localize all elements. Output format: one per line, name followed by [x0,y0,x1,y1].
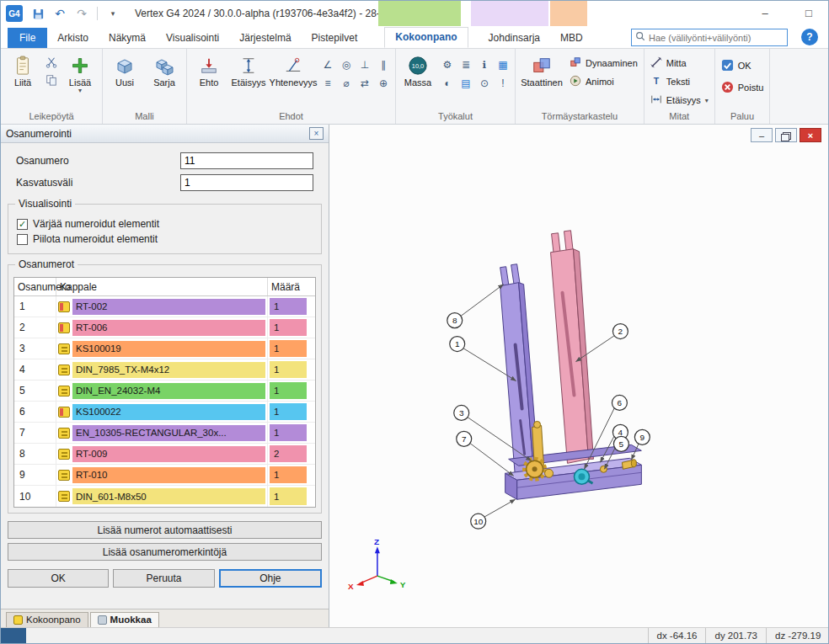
svg-text:7: 7 [462,434,467,444]
right-arm-part[interactable] [551,231,594,464]
table-row[interactable]: 9 RT-010 1 [14,465,315,486]
help-button[interactable]: ? [801,29,818,45]
warning-icon[interactable]: ! [495,75,511,92]
perpendicular-constraint-icon[interactable]: ⊥ [356,56,373,73]
window-maximize-button[interactable]: □ [798,3,820,22]
tangent-constraint-icon[interactable]: ⊕ [375,75,392,92]
add-marks-button[interactable]: Lisää osanumeromerkintöjä [8,543,322,561]
svg-text:10: 10 [473,517,484,526]
measure-button[interactable]: Mitta [648,56,711,71]
viewport-minimize-button[interactable]: – [751,128,773,142]
table-row[interactable]: 7 EN_10305-RECTANGULAR_30x... 1 [14,423,315,444]
cad-canvas[interactable]: 8 1 2 3 [329,125,828,628]
tab-pistepilvet[interactable]: Pistepilvet [302,29,368,48]
column-header-qty[interactable]: Määrä [268,278,315,295]
model-viewport[interactable]: – × [329,125,828,627]
part-icon [58,365,70,375]
cancel-button[interactable]: Peruuta [113,569,214,588]
ok-ribbon-button[interactable]: OK [719,58,767,73]
parallel-constraint-icon[interactable]: ∥ [375,56,392,73]
diameter-constraint-icon[interactable]: ⌀ [338,75,355,92]
appearance-icon[interactable]: ◐ [439,75,456,92]
status-dx: dx -64.16 [648,628,706,643]
swap-constraint-icon[interactable]: ⇄ [356,75,373,92]
tab-visualisointi[interactable]: Visualisointi [156,29,229,48]
part-name: RT-009 [72,446,265,462]
viewport-close-button[interactable]: × [800,128,821,142]
app-icon[interactable]: G4 [6,5,23,22]
dynamic-collision-button[interactable]: Dynaaminen [567,56,640,71]
part-number-input[interactable] [180,152,313,169]
row-number: 9 [14,465,56,485]
text-button[interactable]: T Teksti [648,74,711,89]
save-icon[interactable] [29,5,46,22]
cut-icon[interactable] [44,55,59,70]
hide-checkbox-row[interactable]: Piilota numeroidut elementit [17,233,313,245]
search-input[interactable] [649,33,784,43]
tab-muokkaa-bottom[interactable]: Muokkaa [90,612,159,627]
animate-button[interactable]: Animoi [567,74,640,89]
gear-icon[interactable]: ⚙ [439,56,456,73]
add-button[interactable]: Lisää ▾ [62,51,99,93]
cad-model[interactable] [500,231,642,499]
table-row[interactable]: 10 DIN_601-M8x50 1 [14,486,315,507]
viewport-window-controls: – × [751,128,821,142]
angle-constraint-icon[interactable]: ∠ [319,56,336,73]
column-header-number[interactable]: Osanumero [14,278,56,295]
ok-button[interactable]: OK [8,569,109,588]
search-box[interactable] [631,29,788,46]
balloon[interactable]: 9 [631,429,650,460]
paste-button[interactable]: Liitä [4,51,41,88]
hide-checkbox[interactable] [17,234,28,245]
dialog-close-icon[interactable]: × [309,127,324,140]
viewport-restore-button[interactable] [775,128,797,142]
table-row[interactable]: 6 KS100022 1 [14,402,315,423]
new-part-button[interactable]: Uusi [106,51,143,88]
balloon[interactable]: 8 [447,285,504,328]
balloon[interactable]: 10 [471,499,516,529]
distance-dimension-button[interactable]: Etäisyys ▾ [648,93,711,108]
colorize-checkbox[interactable]: ✓ [17,219,28,230]
part-qty: 1 [270,424,307,441]
static-collision-button[interactable]: Staattinen [519,51,564,88]
status-dz: dz -279.19 [766,628,828,643]
concentric-constraint-icon[interactable]: ◎ [338,56,355,73]
table-row[interactable]: 3 KS100019 1 [14,338,315,359]
help-dialog-button[interactable]: Ohje [219,569,322,588]
qat-dropdown-icon[interactable]: ▾ [104,5,121,22]
tab-arkisto[interactable]: Arkisto [47,29,99,48]
copy-icon[interactable] [44,72,59,88]
redo-icon[interactable]: ↷ [73,5,90,22]
tab-mbd[interactable]: MBD [550,29,593,48]
info-icon[interactable]: ℹ [476,56,493,73]
coincident-constraint-icon[interactable]: ≡ [319,75,336,92]
structure-tree-icon[interactable]: ≣ [457,56,474,73]
table-row[interactable]: 2 RT-006 1 [14,317,315,338]
tab-kokoonpano-bottom[interactable]: Kokoonpano [6,612,88,627]
condition-button[interactable]: Ehto [190,51,227,88]
tab-kokoonpano[interactable]: Kokoonpano [384,27,468,48]
table-row[interactable]: 8 RT-009 2 [14,444,315,465]
distance-constraint-button[interactable]: Etäisyys [230,51,267,88]
undo-icon[interactable]: ↶ [51,5,68,22]
auto-number-button[interactable]: Lisää numerot automaattisesti [8,521,322,539]
column-header-part[interactable]: Kappale [56,278,268,295]
series-button[interactable]: Sarja [146,51,183,88]
increment-input[interactable] [180,174,313,191]
tab-nakyma[interactable]: Näkymä [99,29,156,48]
balloon[interactable]: 7 [457,431,514,476]
window-minimize-button[interactable]: – [754,3,776,22]
panel-rows-icon[interactable]: ▤ [457,75,474,92]
table-row[interactable]: 1 RT-002 1 [14,296,315,317]
tab-file[interactable]: File [8,28,47,48]
coincidence-button[interactable]: Yhtenevyys [270,51,317,88]
table-row[interactable]: 4 DIN_7985_TX-M4x12 1 [14,359,315,381]
tab-johdinsarja[interactable]: Johdinsarja [479,29,550,48]
table-row[interactable]: 5 DIN_EN_24032-M4 1 [14,381,315,402]
panel-grid-icon[interactable]: ▦ [495,56,511,73]
tab-jarjestelma[interactable]: Järjestelmä [229,29,301,48]
zoom-icon[interactable]: ⊙ [476,75,493,92]
mass-button[interactable]: 10,0 Massa [399,51,436,88]
exit-ribbon-button[interactable]: Poistu [719,80,767,95]
colorize-checkbox-row[interactable]: ✓ Värjää numeroidut elementit [17,218,313,230]
